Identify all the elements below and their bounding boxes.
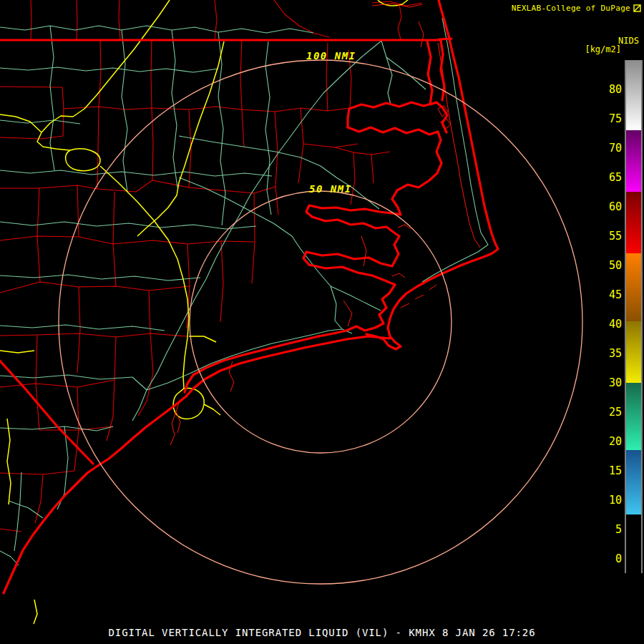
colorbar-tick-label: 10 (593, 493, 622, 507)
colorbar-band (626, 60, 641, 130)
colorbar-tick-label: 55 (593, 229, 622, 243)
colorbar-tick-label: 75 (593, 112, 622, 126)
outer-banks (399, 0, 498, 301)
colorbar-tick-label: 30 (593, 376, 622, 390)
range-rings-layer (59, 60, 582, 584)
colorbar-heading: NIDS [kg/m2] (585, 36, 639, 54)
colorbar-tick-label: 35 (593, 346, 622, 361)
colorbar-tick-label: 20 (593, 434, 622, 449)
colorbar-tick-label: 80 (593, 82, 622, 97)
pamlico-south-neuse-north (303, 217, 399, 266)
colorbar-tick-label: 65 (593, 170, 622, 185)
colorbar-tick-label: 40 (593, 317, 622, 331)
range-ring-label-50: 50 NMI (309, 183, 352, 195)
range-ring-label-100: 100 NMI (306, 50, 356, 62)
colorbar-units: [kg/m2] (585, 45, 639, 54)
brand-header: NEXLAB-College of DuPage (512, 4, 641, 13)
colorbar-tick-label: 0 (593, 552, 622, 566)
state-border-south (0, 358, 93, 464)
albemarle-west-end (348, 109, 349, 127)
coastline-layer (0, 0, 498, 593)
colorbar-band (626, 130, 641, 192)
neuse-south-downeast (309, 265, 395, 336)
highways-layer (0, 0, 408, 624)
south-coast (4, 396, 186, 593)
albemarle-north-shore (349, 41, 447, 132)
cod-logo-icon (633, 4, 641, 12)
colorbar-tick-label: 50 (593, 258, 622, 273)
map-canvas (0, 0, 644, 644)
colorbar-tick-label: 15 (593, 464, 622, 478)
roads-layer (0, 18, 488, 565)
county-borders-layer (0, 0, 422, 532)
range-ring-100nmi (59, 60, 582, 584)
colorbar-band (626, 192, 641, 253)
state-border-north (0, 39, 452, 40)
colorbar (625, 60, 643, 573)
colorbar-tick-label: 25 (593, 405, 622, 419)
cape-lookout (366, 301, 401, 349)
brand-text: NEXLAB-College of DuPage (512, 4, 630, 13)
product-title: DIGITAL VERTICALLY INTEGRATED LIQUID (VI… (0, 627, 644, 638)
colorbar-tick-label: 5 (593, 522, 622, 537)
colorbar-band (626, 450, 641, 514)
bogue-banks (186, 336, 390, 396)
colorbar-tick-label: 45 (593, 288, 622, 302)
colorbar-band (626, 383, 641, 450)
range-ring-50nmi (190, 191, 452, 453)
albemarle-south-pamlico-north (306, 127, 441, 217)
radar-display: 100 NMI 50 NMI NEXLAB-College of DuPage … (0, 0, 644, 644)
colorbar-band (626, 253, 641, 321)
colorbar-tick-label: 60 (593, 200, 622, 214)
colorbar-band (626, 321, 641, 383)
colorbar-band (626, 514, 641, 573)
colorbar-tick-label: 70 (593, 141, 622, 155)
